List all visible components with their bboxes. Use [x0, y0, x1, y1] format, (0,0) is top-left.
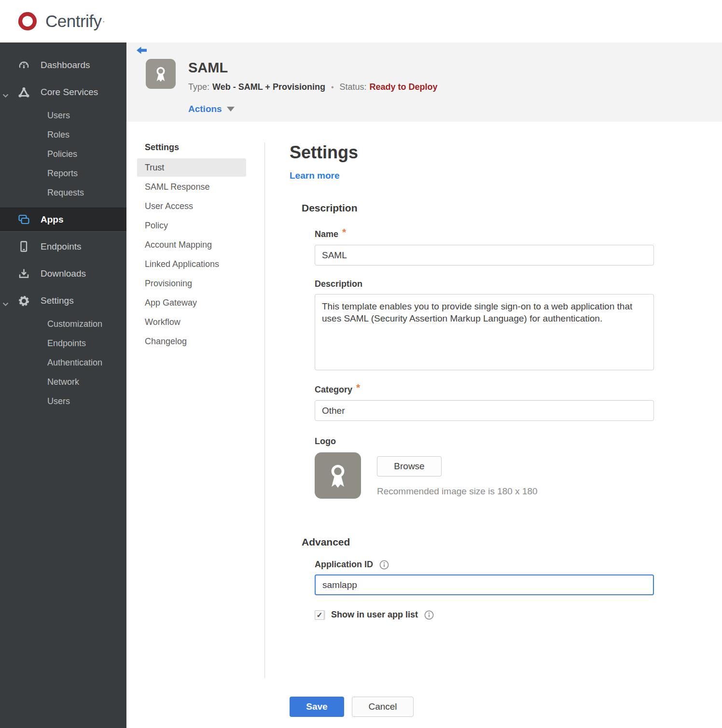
application-id-label: Application ID — [315, 560, 373, 570]
actions-dropdown[interactable]: Actions — [188, 104, 438, 114]
top-bar: Centrify· — [0, 0, 722, 42]
sidebar-item-label: Core Services — [41, 87, 98, 98]
advanced-section-heading: Advanced — [302, 536, 722, 548]
sidebar-item-requests[interactable]: Requests — [0, 183, 126, 202]
settings-subnav: Settings Trust SAML Response User Access… — [126, 122, 265, 678]
chevron-down-icon — [2, 298, 9, 309]
sidebar-item-apps[interactable]: Apps — [0, 208, 126, 232]
subnav-heading: Settings — [137, 142, 265, 153]
sidebar-item-label: Roles — [47, 130, 69, 140]
sidebar-item-label: Endpoints — [41, 241, 82, 252]
subnav-item-changelog[interactable]: Changelog — [137, 332, 246, 350]
show-in-user-app-list-checkbox[interactable]: ✓ — [315, 610, 324, 620]
sidebar-item-label: Policies — [47, 149, 77, 159]
actions-label: Actions — [188, 104, 222, 114]
subnav-item-linked-applications[interactable]: Linked Applications — [137, 255, 246, 273]
category-label: Category — [315, 385, 352, 395]
browse-button[interactable]: Browse — [377, 456, 442, 476]
subnav-item-policy[interactable]: Policy — [137, 216, 246, 235]
app-header-band: SAML Type: Web - SAML + Provisioning • S… — [126, 42, 722, 122]
content-area: SAML Type: Web - SAML + Provisioning • S… — [126, 42, 722, 728]
required-marker: * — [342, 226, 346, 238]
sidebar-item-roles[interactable]: Roles — [0, 125, 126, 144]
sidebar-item-policies[interactable]: Policies — [0, 144, 126, 164]
sidebar-item-settings[interactable]: Settings — [0, 287, 126, 314]
centrify-swirl-icon — [14, 8, 41, 34]
sidebar-item-label: Users — [47, 111, 70, 121]
app-meta: Type: Web - SAML + Provisioning • Status… — [188, 82, 438, 92]
name-field[interactable] — [315, 245, 654, 266]
brand-trademark: · — [103, 17, 105, 25]
sidebar-item-users-settings[interactable]: Users — [0, 392, 126, 411]
application-id-field[interactable] — [315, 574, 654, 595]
sidebar-item-label: Endpoints — [47, 338, 86, 349]
gear-icon — [16, 294, 31, 308]
sidebar-item-customization[interactable]: Customization — [0, 314, 126, 334]
sidebar-item-label: Apps — [41, 214, 64, 225]
arrow-left-icon — [136, 46, 147, 56]
subnav-item-user-access[interactable]: User Access — [137, 197, 246, 215]
sidebar-item-downloads[interactable]: Downloads — [0, 260, 126, 287]
back-button[interactable] — [136, 46, 148, 56]
sidebar-item-label: Customization — [47, 319, 102, 329]
sidebar-item-reports[interactable]: Reports — [0, 164, 126, 183]
mobile-device-icon — [16, 240, 31, 253]
brand-name: Centrify — [45, 12, 102, 31]
ribbon-award-icon — [323, 461, 353, 490]
sidebar-item-label: Requests — [47, 188, 84, 198]
settings-panel: Settings Learn more Description Name * D… — [265, 122, 722, 678]
app-logo-preview — [315, 452, 361, 499]
sidebar-item-label: Downloads — [41, 268, 86, 279]
app-avatar — [146, 59, 176, 89]
sidebar-item-label: Network — [47, 377, 79, 387]
subnav-item-app-gateway[interactable]: App Gateway — [137, 294, 246, 312]
subnav-item-provisioning[interactable]: Provisioning — [137, 274, 246, 293]
sidebar-item-dashboards[interactable]: Dashboards — [0, 52, 126, 79]
description-label: Description — [315, 279, 362, 289]
show-in-user-app-list-label: Show in user app list — [331, 610, 418, 620]
sidebar-item-label: Dashboards — [41, 60, 90, 70]
status-badge: Ready to Deploy — [370, 82, 438, 92]
required-marker: * — [356, 382, 360, 393]
gauge-icon — [16, 59, 31, 71]
status-label: Status: — [340, 82, 367, 92]
logo-size-hint: Recommended image size is 180 x 180 — [377, 486, 538, 497]
sidebar-item-endpoints-settings[interactable]: Endpoints — [0, 334, 126, 353]
sidebar-item-endpoints[interactable]: Endpoints — [0, 233, 126, 260]
save-button[interactable]: Save — [290, 697, 344, 717]
subnav-item-account-mapping[interactable]: Account Mapping — [137, 236, 246, 254]
type-label: Type: — [188, 82, 209, 92]
info-icon[interactable] — [379, 560, 389, 570]
sidebar: Dashboards Core Services Users Roles Pol… — [0, 42, 126, 728]
apps-icon — [16, 214, 31, 225]
centrify-logo: Centrify· — [14, 8, 105, 34]
app-title: SAML — [188, 60, 438, 75]
sidebar-item-users[interactable]: Users — [0, 106, 126, 125]
sidebar-item-label: Users — [47, 396, 70, 406]
meta-separator: • — [331, 83, 334, 92]
description-section-heading: Description — [302, 202, 722, 214]
download-tray-icon — [16, 268, 31, 280]
caret-down-icon — [227, 107, 235, 112]
info-icon[interactable] — [424, 610, 434, 620]
subnav-item-saml-response[interactable]: SAML Response — [137, 178, 246, 196]
form-footer: Save Cancel — [290, 697, 722, 728]
sidebar-item-label: Settings — [41, 295, 74, 306]
learn-more-link[interactable]: Learn more — [290, 170, 339, 181]
chevron-down-icon — [2, 90, 9, 100]
core-services-icon — [16, 86, 31, 98]
checkmark-icon: ✓ — [317, 611, 323, 619]
page-title: Settings — [290, 142, 722, 163]
cancel-button[interactable]: Cancel — [352, 697, 414, 717]
category-field[interactable] — [315, 400, 654, 421]
subnav-item-workflow[interactable]: Workflow — [137, 313, 246, 331]
sidebar-item-core-services[interactable]: Core Services — [0, 79, 126, 106]
sidebar-item-network[interactable]: Network — [0, 372, 126, 392]
description-field[interactable]: This template enables you to provide sin… — [315, 294, 654, 370]
type-value: Web - SAML + Provisioning — [212, 82, 325, 92]
logo-label: Logo — [315, 436, 336, 447]
name-label: Name — [315, 229, 338, 239]
subnav-item-trust[interactable]: Trust — [137, 158, 246, 177]
ribbon-award-icon — [151, 64, 170, 84]
sidebar-item-authentication[interactable]: Authentication — [0, 353, 126, 372]
